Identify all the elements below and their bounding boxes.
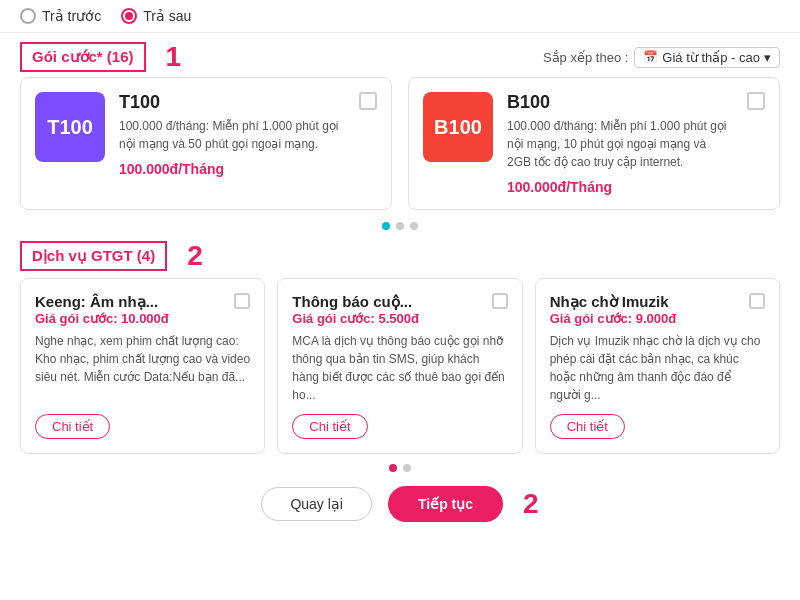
plan-desc-t100: 100.000 đ/tháng: Miễn phí 1.000 phút gọi… xyxy=(119,117,345,153)
detail-btn-imuzik[interactable]: Chi tiết xyxy=(550,414,625,439)
sort-select[interactable]: 📅 Giá từ thấp - cao ▾ xyxy=(634,47,780,68)
top-bar: Trả trước Trả sau xyxy=(0,0,800,33)
service-desc-imuzik: Dịch vụ Imuzik nhạc chờ là dịch vụ cho p… xyxy=(550,332,765,404)
service-checkbox-mca[interactable] xyxy=(492,293,508,309)
sort-label: Sắp xếp theo : xyxy=(543,50,628,65)
plan-name-b100: B100 xyxy=(507,92,733,113)
chevron-down-icon: ▾ xyxy=(764,50,771,65)
radio-label-tra-truoc: Trả trước xyxy=(42,8,101,24)
detail-btn-keeng[interactable]: Chi tiết xyxy=(35,414,110,439)
plan-card-b100: B100 B100 100.000 đ/tháng: Miễn phí 1.00… xyxy=(408,77,780,210)
sort-value: Giá từ thấp - cao xyxy=(662,50,760,65)
plans-pagination xyxy=(0,218,800,234)
service-price-imuzik: Giá gói cước: 9.000đ xyxy=(550,311,677,326)
bottom-annotation: 2 xyxy=(523,488,539,520)
services-pagination xyxy=(0,460,800,476)
radio-label-tra-sau: Trả sau xyxy=(143,8,191,24)
plans-container: T100 T100 100.000 đ/tháng: Miễn phí 1.00… xyxy=(0,77,800,218)
service-desc-keeng: Nghe nhạc, xem phim chất lượng cao: Kho … xyxy=(35,332,250,404)
plan-checkbox-t100[interactable] xyxy=(359,92,377,110)
back-button[interactable]: Quay lại xyxy=(261,487,372,521)
service-card-keeng: Keeng: Âm nhạ... Giá gói cước: 10.000đ N… xyxy=(20,278,265,454)
plan-price-t100: 100.000đ/Tháng xyxy=(119,161,345,177)
plan-checkbox-b100[interactable] xyxy=(747,92,765,110)
plan-price-b100: 100.000đ/Tháng xyxy=(507,179,733,195)
plan-info-b100: B100 100.000 đ/tháng: Miễn phí 1.000 phú… xyxy=(507,92,733,195)
plan-info-t100: T100 100.000 đ/tháng: Miễn phí 1.000 phú… xyxy=(119,92,345,177)
plan-name-t100: T100 xyxy=(119,92,345,113)
dot-1[interactable] xyxy=(382,222,390,230)
service-header-imuzik: Nhạc chờ Imuzik Giá gói cước: 9.000đ xyxy=(550,293,765,326)
dot-2[interactable] xyxy=(396,222,404,230)
service-price-keeng: Giá gói cước: 10.000đ xyxy=(35,311,169,326)
section2-title: Dịch vụ GTGT (4) xyxy=(20,241,167,271)
service-name-imuzik: Nhạc chờ Imuzik xyxy=(550,293,677,311)
radio-circle-tra-sau xyxy=(121,8,137,24)
services-container: Keeng: Âm nhạ... Giá gói cước: 10.000đ N… xyxy=(0,278,800,460)
service-card-imuzik: Nhạc chờ Imuzik Giá gói cước: 9.000đ Dịc… xyxy=(535,278,780,454)
bottom-bar: Quay lại Tiếp tục 2 xyxy=(0,476,800,532)
plan-logo-t100: T100 xyxy=(35,92,105,162)
radio-tra-truoc[interactable]: Trả trước xyxy=(20,8,101,24)
plan-card-t100: T100 T100 100.000 đ/tháng: Miễn phí 1.00… xyxy=(20,77,392,210)
plan-logo-b100: B100 xyxy=(423,92,493,162)
service-dot-1[interactable] xyxy=(389,464,397,472)
service-header-mca: Thông báo cuộ... Giá gói cước: 5.500đ xyxy=(292,293,507,326)
dot-3[interactable] xyxy=(410,222,418,230)
section1-number: 1 xyxy=(166,41,182,73)
payment-type-group: Trả trước Trả sau xyxy=(20,8,191,24)
plan-desc-b100: 100.000 đ/tháng: Miễn phí 1.000 phút gọi… xyxy=(507,117,733,171)
section1-title: Gói cước* (16) xyxy=(20,42,146,72)
service-price-mca: Giá gói cước: 5.500đ xyxy=(292,311,419,326)
radio-circle-tra-truoc xyxy=(20,8,36,24)
sort-bar: Sắp xếp theo : 📅 Giá từ thấp - cao ▾ xyxy=(543,47,780,68)
service-checkbox-imuzik[interactable] xyxy=(749,293,765,309)
service-name-keeng: Keeng: Âm nhạ... xyxy=(35,293,169,311)
service-checkbox-keeng[interactable] xyxy=(234,293,250,309)
service-dot-2[interactable] xyxy=(403,464,411,472)
service-desc-mca: MCA là dịch vụ thông báo cuộc gọi nhỡ th… xyxy=(292,332,507,404)
service-name-mca: Thông báo cuộ... xyxy=(292,293,419,311)
section2-number: 2 xyxy=(187,240,203,272)
continue-button[interactable]: Tiếp tục xyxy=(388,486,503,522)
detail-btn-mca[interactable]: Chi tiết xyxy=(292,414,367,439)
calendar-icon: 📅 xyxy=(643,50,658,64)
radio-tra-sau[interactable]: Trả sau xyxy=(121,8,191,24)
service-card-mca: Thông báo cuộ... Giá gói cước: 5.500đ MC… xyxy=(277,278,522,454)
service-header-keeng: Keeng: Âm nhạ... Giá gói cước: 10.000đ xyxy=(35,293,250,326)
